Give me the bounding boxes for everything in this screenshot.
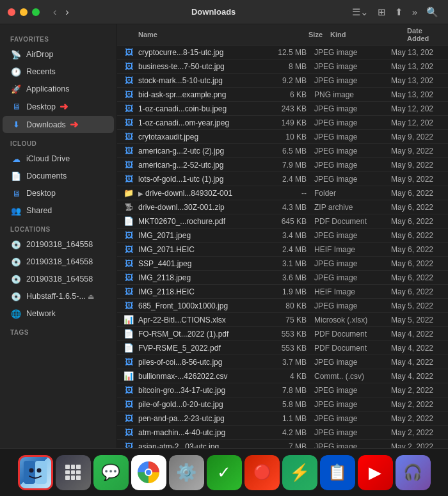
file-type-icon: 📄 — [122, 216, 135, 226]
table-row[interactable]: 🖼 IMG_2071.HEIC 2.4 MB HEIF Image May 6,… — [117, 243, 448, 257]
column-name[interactable]: Name — [138, 31, 279, 38]
table-row[interactable]: 🖼 IMG_2118.jpeg 3.6 MB JPEG image May 6,… — [117, 271, 448, 285]
close-button[interactable] — [8, 8, 15, 16]
dock-item-airbuddy[interactable]: 🎧 — [396, 455, 431, 490]
sidebar-item-desktop-icloud[interactable]: 🖥 Desktop — [3, 185, 114, 202]
dock-item-youtube[interactable]: ▶ — [358, 455, 393, 490]
file-size: 12.5 MB — [263, 48, 314, 57]
dock-item-shortcut[interactable]: ⚡ — [282, 455, 317, 490]
file-date: May 12, 202 — [391, 118, 443, 127]
dock-item-messages[interactable]: 💬 — [93, 455, 129, 490]
sidebar-item-loc3[interactable]: 💿 20190318_164558 — [3, 271, 114, 287]
dock-item-trello[interactable]: 📋 — [320, 455, 355, 490]
file-size: 243 KB — [263, 104, 314, 113]
table-row[interactable]: 🖼 crytotaxaudit.jpeg 10 KB JPEG image Ma… — [117, 130, 448, 144]
icloud-drive-icon: ☁ — [10, 153, 22, 164]
minimize-button[interactable] — [20, 8, 28, 16]
sidebar-item-shared[interactable]: 👥 Shared — [3, 202, 114, 219]
locations-section-label: Locations — [0, 220, 116, 236]
search-icon[interactable]: 🔍 — [424, 4, 440, 20]
table-row[interactable]: 🗜 drive-downl...30Z-001.zip 4.3 MB ZIP a… — [117, 200, 448, 214]
sidebar-desktop-label: Desktop — [26, 102, 56, 111]
sidebar-item-hubstaff[interactable]: 💿 Hubstaff-1.6.5-... ⏏ — [3, 288, 114, 305]
sidebar-item-network[interactable]: 🌐 Network — [3, 305, 114, 322]
fullscreen-button[interactable] — [32, 8, 40, 16]
table-row[interactable]: 📄 MKT02670_...rochure.pdf 645 KB PDF Doc… — [117, 214, 448, 228]
file-size: 6.5 MB — [263, 147, 314, 156]
table-row[interactable]: 📊 bullionmax-...4262022.csv 4 KB Commt..… — [117, 369, 448, 383]
file-type-icon: 🖼 — [122, 385, 135, 395]
sidebar-item-loc2[interactable]: 💿 20190318_164558 — [3, 253, 114, 270]
dock-item-airmail[interactable]: ✓ — [207, 455, 242, 490]
grid-view-icon[interactable]: ⊞ — [376, 4, 388, 20]
file-type-icon: 🖼 — [122, 61, 135, 71]
file-kind: Commt.. (.csv) — [314, 372, 391, 381]
table-row[interactable]: 🖼 1-oz-canadi...om-year.jpeg 149 KB JPEG… — [117, 116, 448, 130]
table-row[interactable]: 🖼 piles-of-coi...8-56-utc.jpg 3.7 MB JPE… — [117, 355, 448, 369]
table-row[interactable]: 🖼 1-oz-canadi...coin-bu.jpeg 243 KB JPEG… — [117, 102, 448, 116]
table-row[interactable]: 📊 Apr-22-BitI...CTIONS.xlsx 75 KB Micros… — [117, 313, 448, 327]
file-size: 149 KB — [263, 118, 314, 127]
file-type-icon: 🖼 — [122, 259, 135, 268]
dock-item-fantastical[interactable]: 🔴 — [244, 455, 280, 490]
table-row[interactable]: 🖼 bid-ask-spr...example.png 6 KB PNG ima… — [117, 88, 448, 102]
table-row[interactable]: 🖼 atm-machin...4-40-utc.jpg 4.2 MB JPEG … — [117, 426, 448, 440]
table-row[interactable]: 🖼 american-g...2-utc (2).jpg 6.5 MB JPEG… — [117, 144, 448, 158]
column-kind[interactable]: Kind — [330, 31, 407, 38]
svg-point-3 — [37, 468, 42, 473]
table-row[interactable]: 🖼 SSP_4401.jpeg 3.1 MB JPEG image May 6,… — [117, 257, 448, 271]
table-row[interactable]: 📄 FO-RSM_Ot...2022 (1).pdf 553 KB PDF Do… — [117, 327, 448, 341]
sidebar-item-applications[interactable]: 🚀 Applications — [3, 81, 114, 97]
table-row[interactable]: 🖼 bitcoin-gro...34-17-utc.jpg 7.8 MB JPE… — [117, 383, 448, 397]
shared-icon: 👥 — [10, 205, 22, 216]
sidebar-item-icloud-drive[interactable]: ☁ iCloud Drive — [3, 150, 114, 167]
table-row[interactable]: 🖼 lots-of-gold...1-utc (1).jpg 2.4 MB JP… — [117, 172, 448, 186]
file-kind: PNG image — [314, 90, 391, 99]
table-row[interactable]: 🖼 IMG_2118.HEIC 1.9 MB HEIF Image May 6,… — [117, 285, 448, 299]
file-kind: Folder — [314, 189, 391, 198]
file-date: May 13, 202 — [391, 76, 443, 85]
file-name: stock-mark...5-10-utc.jpg — [138, 76, 263, 85]
file-date: May 9, 2022 — [391, 175, 443, 184]
table-row[interactable]: 📄 FVP-RSME_5_2022.pdf 553 KB PDF Documen… — [117, 341, 448, 355]
view-options-icon[interactable]: ☰⌄ — [350, 4, 371, 20]
sidebar-item-desktop[interactable]: 🖥 Desktop ➜ — [3, 98, 114, 115]
table-row[interactable]: 🖼 american-g...2-52-utc.jpg 7.9 MB JPEG … — [117, 158, 448, 172]
column-size[interactable]: Size — [279, 31, 330, 38]
file-date: May 13, 202 — [391, 48, 443, 57]
table-row[interactable]: 🖼 pen-and-pa...2-23-utc.jpg 1.1 MB JPEG … — [117, 412, 448, 426]
file-size: 10 KB — [263, 132, 314, 141]
back-button[interactable]: ‹ — [50, 5, 60, 19]
file-name: pen-and-pa...2-23-utc.jpg — [138, 414, 263, 423]
sidebar-item-downloads[interactable]: ⬇ Downloads ➜ — [3, 116, 114, 133]
file-kind: JPEG image — [314, 132, 391, 141]
dock-item-launchpad[interactable] — [56, 455, 91, 490]
column-date[interactable]: Date Added — [407, 27, 443, 42]
table-row[interactable]: 🖼 pile-of-gold...0-20-utc.jpg 5.8 MB JPE… — [117, 397, 448, 412]
table-row[interactable]: 🖼 stock-mark...5-10-utc.jpg 9.2 MB JPEG … — [117, 74, 448, 88]
sidebar-item-loc1[interactable]: 💿 20190318_164558 — [3, 236, 114, 253]
table-row[interactable]: 🖼 cryptocurre...8-15-utc.jpg 12.5 MB JPE… — [117, 45, 448, 60]
file-type-icon: 🖼 — [122, 104, 135, 113]
dock-item-settings[interactable]: ⚙️ — [169, 455, 204, 490]
file-type-icon: 🖼 — [122, 301, 135, 310]
sidebar-item-documents[interactable]: 📄 Documents — [3, 168, 114, 184]
file-type-icon: 🖼 — [122, 244, 135, 254]
dock-item-chrome[interactable] — [131, 455, 166, 490]
table-row[interactable]: 🖼 IMG_2071.jpeg 3.4 MB JPEG image May 6,… — [117, 228, 448, 243]
share-icon[interactable]: ⬆ — [393, 4, 405, 20]
table-row[interactable]: 🖼 business-te...7-50-utc.jpg 8 MB JPEG i… — [117, 60, 448, 74]
table-row[interactable]: 📁 ▶drive-downl...84930Z-001 -- Folder Ma… — [117, 186, 448, 200]
forward-button[interactable]: › — [62, 5, 72, 19]
loc3-icon: 💿 — [10, 273, 22, 285]
dock-item-finder[interactable] — [18, 455, 53, 490]
more-options-icon[interactable]: » — [410, 4, 419, 19]
sidebar-item-recents[interactable]: 🕐 Recents — [3, 63, 114, 80]
file-type-icon: 🖼 — [122, 174, 135, 184]
file-size: 553 KB — [263, 344, 314, 353]
nav-buttons: ‹ › — [50, 5, 72, 19]
file-name: business-te...7-50-utc.jpg — [138, 62, 263, 71]
sidebar-item-airdrop[interactable]: 📡 AirDrop — [3, 46, 114, 63]
table-row[interactable]: 🖼 685_Front_1000x1000.jpg 80 KB JPEG ima… — [117, 299, 448, 313]
table-row[interactable]: 🖼 asian-atm-2...03-utc.jpg 7 MB JPEG ima… — [117, 440, 448, 448]
